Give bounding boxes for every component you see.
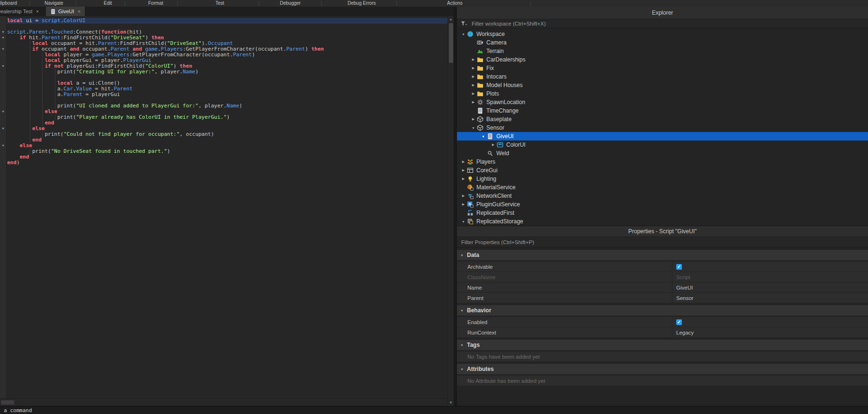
tree-item-pluginguiservice[interactable]: ▶PluginGuiService [457,200,868,209]
fold-arrow-icon[interactable]: ▼ [0,35,6,41]
properties-filter-placeholder: Filter Properties (Ctrl+Shift+P) [461,239,534,245]
property-value[interactable]: ✓ [672,317,868,327]
spawn-icon [477,99,483,106]
panel-splitter[interactable] [454,7,457,414]
horizontal-scrollbar-thumb[interactable] [1,400,14,405]
fold-arrow-icon[interactable]: ▼ [0,109,6,115]
tree-item-workspace[interactable]: ▼Workspace [457,30,868,38]
property-section-behavior[interactable]: ▼Behavior [457,305,868,316]
tree-item-replicatedstorage[interactable]: ▼ReplicatedStorage [457,217,868,226]
tree-expand-arrow[interactable]: ▶ [460,168,467,172]
fold-arrow-icon[interactable]: ▼ [0,63,6,69]
tree-item-plots[interactable]: ▶Plots [457,89,868,98]
property-value[interactable]: Legacy [672,327,868,337]
editor-horizontal-scrollbar[interactable] [0,398,447,406]
fold-arrow-icon[interactable]: ▼ [0,126,6,132]
tree-expand-arrow[interactable]: ▶ [460,194,467,198]
section-expand-arrow[interactable]: ▼ [458,344,465,347]
code-line[interactable]: print("Could not find player for occupan… [7,132,447,137]
section-expand-arrow[interactable]: ▼ [458,309,465,312]
section-expand-arrow[interactable]: ▼ [458,368,465,371]
tree-expand-arrow[interactable]: ▶ [460,203,467,206]
tree-item-spawnlocation[interactable]: ▶SpawnLocation [457,98,868,106]
tree-item-terrain[interactable]: Terrain [457,47,868,55]
property-value[interactable]: GiveUI [672,282,868,292]
tree-expand-arrow[interactable]: ▶ [460,177,467,181]
tab-giveui[interactable]: GiveUI× [46,7,85,16]
explorer-filter-input[interactable]: Filter workspace (Ctrl+Shift+X) [457,19,868,28]
code-line[interactable]: end [7,137,447,143]
menu-item-edit[interactable]: Edit [104,0,112,6]
tree-expand-arrow[interactable]: ▶ [490,143,497,147]
tree-item-colorui[interactable]: ▶ColorUI [457,141,868,149]
tree-expand-arrow[interactable]: ▶ [470,83,477,87]
tree-item-materialservice[interactable]: MaterialService [457,183,868,192]
gutter-line [0,92,6,97]
tree-expand-arrow[interactable]: ▼ [480,135,487,138]
menu-item-test[interactable]: Test [215,0,224,6]
scroll-up-icon[interactable]: ▲ [448,17,454,22]
editor-vertical-scrollbar[interactable]: ▲ ▼ [447,16,454,406]
code-area[interactable]: local ui = script.ColorUIscript.Parent.T… [7,16,447,398]
checkbox-checked-icon[interactable]: ✓ [676,319,682,325]
tree-expand-arrow[interactable]: ▶ [470,75,477,79]
tree-expand-arrow[interactable]: ▶ [470,100,477,104]
tree-expand-arrow[interactable]: ▶ [470,58,477,62]
code-line[interactable]: local ui = script.ColorUI [7,18,447,24]
menu-item-clipboard[interactable]: Clipboard [0,0,17,6]
tree-item-camera[interactable]: Camera [457,38,868,47]
code-line[interactable]: print("No DriveSeat found in touched par… [7,149,447,154]
property-value[interactable]: Sensor [672,293,868,303]
menu-item-debugger[interactable]: Debugger [280,0,301,6]
code-line[interactable]: print("Creating UI for player:", player.… [7,69,447,75]
fold-arrow-icon[interactable]: ▼ [0,143,6,149]
menu-item-format[interactable]: Format [148,0,163,6]
properties-filter-input[interactable]: Filter Properties (Ctrl+Shift+P) [457,237,868,247]
code-line[interactable]: print("Player already has ColorUI in the… [7,115,447,120]
tree-expand-arrow[interactable]: ▼ [460,33,467,36]
tree-item-sensor[interactable]: ▼Sensor [457,123,868,132]
tree-item-fix[interactable]: ▶Fix [457,64,868,72]
checkbox-checked-icon[interactable]: ✓ [676,264,682,270]
property-section-data[interactable]: ▼Data [457,250,868,260]
command-bar-input[interactable]: a command [0,406,868,414]
tab-close-icon[interactable]: × [78,9,81,14]
menu-item-navigate[interactable]: Navigate [45,0,63,6]
tree-expand-arrow[interactable]: ▶ [470,92,477,96]
tree-item-coregui[interactable]: ▶CoreGui [457,166,868,175]
tree-item-timechange[interactable]: TimeChange [457,106,868,115]
code-line[interactable]: end) [7,160,447,166]
tree-item-intocars[interactable]: ▶Intocars [457,72,868,81]
property-row-runcontext: RunContextLegacy [457,327,868,337]
menu-item-debug-errors[interactable]: Debug Errors [348,0,376,6]
menu-item-actions[interactable]: Actions [447,0,463,6]
code-line[interactable]: print("UI cloned and added to PlayerGui … [7,103,447,109]
tree-item-networkclient[interactable]: ▶NetworkClient [457,192,868,200]
tree-item-players[interactable]: ▶Players [457,158,868,166]
tree-item-cardealerships[interactable]: ▶CarDealerships [457,55,868,64]
code-line[interactable]: end [7,120,447,126]
property-value[interactable]: ✓ [672,262,868,272]
property-section-attributes[interactable]: ▼Attributes [457,364,868,374]
tree-item-giveui[interactable]: ▼GiveUI [457,132,868,141]
tree-item-model-houses[interactable]: ▶Model Houses [457,81,868,89]
tree-expand-arrow[interactable]: ▼ [470,126,477,130]
vertical-scrollbar-thumb[interactable] [449,23,453,63]
code-line[interactable]: end [7,154,447,160]
fold-arrow-icon[interactable]: ▼ [0,29,6,35]
tree-expand-arrow[interactable]: ▶ [470,117,477,121]
property-section-tags[interactable]: ▼Tags [457,340,868,350]
tree-item-replicatedfirst[interactable]: ReplicatedFirst [457,209,868,217]
tree-expand-arrow[interactable]: ▶ [470,66,477,70]
tree-expand-arrow[interactable]: ▼ [460,220,467,223]
scroll-down-icon[interactable]: ▼ [448,400,454,405]
tree-item-baseplate[interactable]: ▶Baseplate [457,115,868,123]
code-line[interactable]: a.Parent = playerGui [7,92,447,97]
fold-arrow-icon[interactable]: ▼ [0,46,6,52]
tree-expand-arrow[interactable]: ▶ [460,160,467,164]
tree-item-lighting[interactable]: ▶Lighting [457,175,868,183]
tab-close-icon[interactable]: × [36,9,39,14]
tree-item-weld[interactable]: Weld [457,149,868,158]
section-expand-arrow[interactable]: ▼ [458,254,465,257]
tab-dealership-test[interactable]: Dealership Test× [0,7,43,16]
